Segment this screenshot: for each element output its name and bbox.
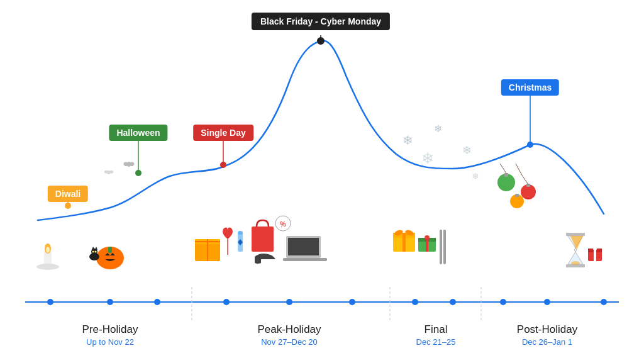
section-post-holiday: Post-Holiday Dec 26–Jan 1 [517,323,577,347]
svg-point-70 [593,247,597,250]
svg-rect-47 [252,227,274,252]
section-post-holiday-name: Post-Holiday [517,323,577,336]
svg-rect-51 [288,238,319,255]
svg-text:❄: ❄ [434,123,442,134]
section-peak-holiday-date: Nov 27–Dec 20 [257,337,321,347]
svg-point-20 [220,162,226,168]
chart-container: % [0,0,644,358]
svg-point-10 [544,299,550,305]
svg-rect-52 [283,258,327,261]
section-pre-holiday: Pre-Holiday Up to Nov 22 [82,323,138,347]
svg-point-27 [46,247,50,253]
svg-point-82 [127,162,131,167]
section-peak-holiday-name: Peak-Holiday [257,323,321,336]
svg-point-5 [286,299,292,305]
section-peak-holiday: Peak-Holiday Nov 27–Dec 20 [257,323,321,347]
diwali-label: Diwali [48,186,88,202]
svg-rect-62 [440,230,442,264]
section-pre-holiday-name: Pre-Holiday [82,323,138,336]
svg-point-45 [238,231,243,235]
section-pre-holiday-date: Up to Nov 22 [82,337,138,347]
svg-rect-64 [566,233,585,236]
christmas-label: Christmas [501,79,559,96]
svg-point-8 [450,299,456,305]
section-final: Final Dec 21–25 [416,323,456,347]
svg-text:%: % [280,220,286,228]
svg-point-24 [527,142,533,148]
singleday-label: Single Day [193,125,253,141]
section-final-date: Dec 21–25 [416,337,456,347]
svg-rect-30 [108,247,112,253]
section-final-name: Final [416,323,456,336]
svg-point-83 [108,171,111,174]
svg-point-37 [92,251,94,253]
svg-point-16 [65,203,71,209]
svg-point-28 [36,264,59,270]
svg-text:❄: ❄ [462,144,472,157]
svg-point-4 [223,299,230,305]
svg-point-2 [107,299,113,305]
svg-point-9 [500,299,506,305]
svg-rect-76 [515,194,519,197]
svg-point-18 [135,170,142,176]
svg-marker-36 [95,247,97,250]
svg-point-66 [571,261,580,265]
svg-text:❄: ❄ [402,133,413,147]
section-post-holiday-date: Dec 26–Jan 1 [517,337,577,347]
svg-point-1 [47,299,53,305]
svg-text:❄: ❄ [421,150,434,167]
svg-point-3 [154,299,160,305]
svg-text:❄: ❄ [472,171,479,181]
svg-point-22 [317,37,325,45]
svg-rect-55 [402,233,406,252]
halloween-label: Halloween [109,125,167,141]
blackfriday-label: Black Friday - Cyber Monday [252,13,390,30]
svg-point-38 [95,251,97,253]
svg-rect-63 [443,230,446,264]
svg-point-6 [349,299,355,305]
svg-marker-35 [92,247,95,250]
svg-point-61 [425,235,430,240]
svg-point-11 [601,299,607,305]
svg-point-7 [412,299,418,305]
